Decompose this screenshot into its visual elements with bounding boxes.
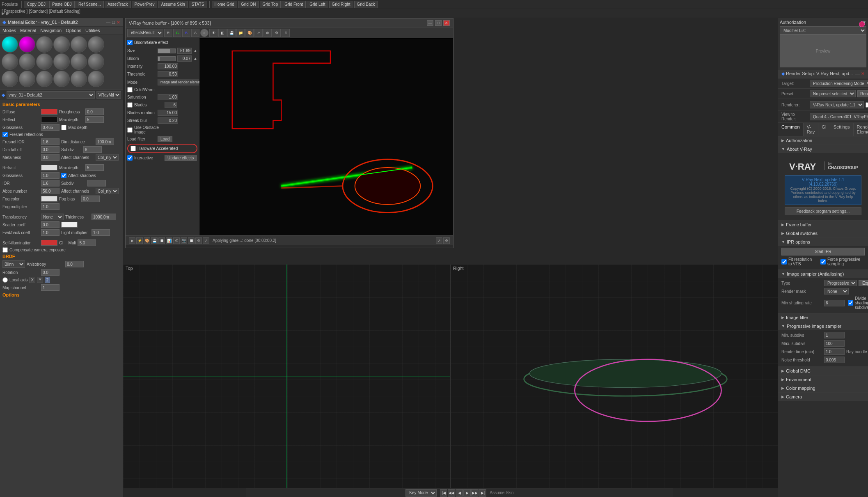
cam-header[interactable]: ▶ Camera (778, 393, 868, 401)
home-grid-btn[interactable]: Home Grid (212, 1, 237, 8)
divide-checkbox[interactable] (848, 300, 853, 306)
save-file-checkbox[interactable] (866, 102, 868, 108)
self-illum-color[interactable] (41, 240, 57, 246)
tab-gi[interactable]: GI (818, 123, 830, 136)
vfb-tool-g[interactable]: G (173, 29, 181, 37)
update-effects-btn[interactable]: Update effects (165, 155, 197, 161)
grid-on-btn[interactable]: Grid ON (238, 1, 259, 8)
fog-bias-input[interactable] (81, 196, 100, 202)
status-icon-8[interactable]: 📷 (181, 237, 187, 244)
affect-channels-select[interactable]: Col_nly (96, 154, 119, 161)
local-axis-radio[interactable] (2, 277, 8, 283)
mat-sphere-cyan[interactable] (2, 36, 18, 53)
vfb-maximize-btn[interactable]: □ (435, 20, 442, 26)
hw-accelerated-checkbox[interactable] (131, 146, 136, 151)
status-icon-6[interactable]: 📊 (166, 237, 172, 244)
bloom-expand[interactable]: ▲ (193, 56, 197, 61)
streak-blur-value[interactable] (158, 117, 178, 124)
env-header[interactable]: ▶ Environment (778, 375, 868, 384)
mat-sphere-6[interactable] (88, 36, 104, 53)
vfb-tool-arrow[interactable]: ↗ (254, 29, 263, 37)
tab-settings[interactable]: Settings (830, 123, 854, 136)
blades-checkbox[interactable] (127, 102, 133, 108)
rotation-input[interactable] (41, 269, 60, 276)
fresnel-checkbox[interactable] (2, 132, 8, 137)
grid-left-btn[interactable]: Grid Left (307, 1, 328, 8)
mat-sphere-18[interactable] (88, 71, 104, 87)
bloom-value[interactable] (177, 55, 192, 62)
grid-top-btn[interactable]: Grid Top (260, 1, 281, 8)
load-filter-btn[interactable]: Load (158, 136, 172, 142)
back-side-color[interactable] (61, 222, 78, 228)
vfb-minimize-btn[interactable]: — (427, 20, 433, 26)
mult-input[interactable] (78, 239, 96, 246)
image-sampler-header[interactable]: ▼ Image sampler (Antialiasing) (778, 270, 868, 278)
dim-falloff-input[interactable] (41, 146, 60, 153)
bloom-slider[interactable] (158, 56, 176, 61)
grid-right-btn[interactable]: Grid Right (329, 1, 353, 8)
mat-editor-minimize[interactable]: — (106, 20, 110, 25)
status-settings-icon[interactable]: ⚙ (443, 237, 450, 244)
vfb-close-btn[interactable]: ✕ (443, 20, 450, 26)
fog-color[interactable] (41, 196, 57, 202)
blades-value[interactable] (165, 102, 177, 108)
size-value[interactable] (177, 48, 192, 54)
min-subdiv-input[interactable] (824, 332, 845, 338)
status-icon-1[interactable]: ▶ (129, 237, 135, 244)
mat-sphere-5[interactable] (71, 36, 87, 53)
anisotropy-input[interactable] (65, 261, 84, 267)
nav-next-btn[interactable]: ▶| (479, 489, 486, 497)
interactive-checkbox[interactable] (127, 155, 133, 161)
authorization-header[interactable]: ▶ Authorization (778, 136, 868, 145)
y-btn[interactable]: Y (37, 277, 43, 283)
affect-shadows-checkbox[interactable] (61, 173, 66, 178)
fit-checkbox[interactable] (781, 259, 787, 265)
vfb-tool-color[interactable]: 🎨 (245, 29, 254, 37)
mat-sphere-9[interactable] (36, 53, 53, 70)
thickness-input[interactable] (92, 214, 116, 220)
nav-play-btn[interactable]: ▶ (463, 489, 471, 497)
vfb-tool-eye[interactable]: 👁 (209, 29, 218, 37)
mat-sphere-17[interactable] (71, 71, 87, 87)
menu-navigation[interactable]: Navigation (40, 28, 62, 33)
compensate-checkbox[interactable] (2, 247, 8, 253)
status-expand-icon[interactable]: ⤢ (436, 237, 442, 244)
stats-btn[interactable]: STATS (189, 1, 207, 8)
mat-editor-maximize[interactable]: □ (112, 20, 115, 25)
vfb-tool-circle[interactable]: ○ (200, 29, 208, 37)
about-vray-header[interactable]: ▼ About V-Ray (778, 145, 868, 153)
metalness-input[interactable] (41, 154, 60, 161)
tab-vray[interactable]: V-Ray (804, 123, 819, 136)
menu-options[interactable]: Options (66, 28, 81, 33)
mat-sphere-15[interactable] (36, 71, 53, 87)
mat-sphere-16[interactable] (53, 71, 70, 87)
tab-common[interactable]: Common (778, 123, 804, 136)
assume-skin-btn[interactable]: Assume Skin (158, 1, 188, 8)
threshold-value[interactable] (158, 71, 178, 77)
view-dropdown[interactable]: Quad 4 - Camera001_VRayPhysicalCamera (810, 113, 868, 120)
vfb-tool-settings[interactable]: ⚙ (273, 29, 281, 37)
ref-scene-btn[interactable]: Ref Scene... (76, 1, 104, 8)
mat-sphere-14[interactable] (19, 71, 35, 87)
size-expand[interactable]: ▲ (193, 48, 197, 53)
mat-sphere-11[interactable] (71, 53, 87, 70)
max-subdiv-input[interactable] (824, 340, 845, 347)
cold-warm-checkbox[interactable] (127, 87, 133, 92)
back-side-checkbox[interactable] (61, 125, 66, 130)
saturation-value[interactable] (158, 94, 178, 100)
menu-modes[interactable]: Modes (2, 28, 16, 33)
reflect-color[interactable] (41, 117, 57, 122)
map-channel-input[interactable] (41, 284, 60, 291)
nav-rewind-btn[interactable]: ◀◀ (448, 489, 455, 497)
nav-fwd-btn[interactable]: ▶▶ (471, 489, 479, 497)
vfb-tool-compare[interactable]: ◧ (218, 29, 227, 37)
render-time-input[interactable] (824, 348, 845, 355)
vfb-tool-folder[interactable]: 📁 (236, 29, 245, 37)
brdf-select[interactable]: Blinn (2, 260, 25, 268)
ref-gloss-input[interactable] (41, 172, 60, 179)
vfb-tool-save[interactable]: 💾 (227, 29, 236, 37)
noise-input[interactable] (824, 357, 845, 363)
status-icon-2[interactable]: ⚡ (136, 237, 143, 244)
grid-front-btn[interactable]: Grid Front (282, 1, 306, 8)
refract-color[interactable] (41, 165, 57, 170)
